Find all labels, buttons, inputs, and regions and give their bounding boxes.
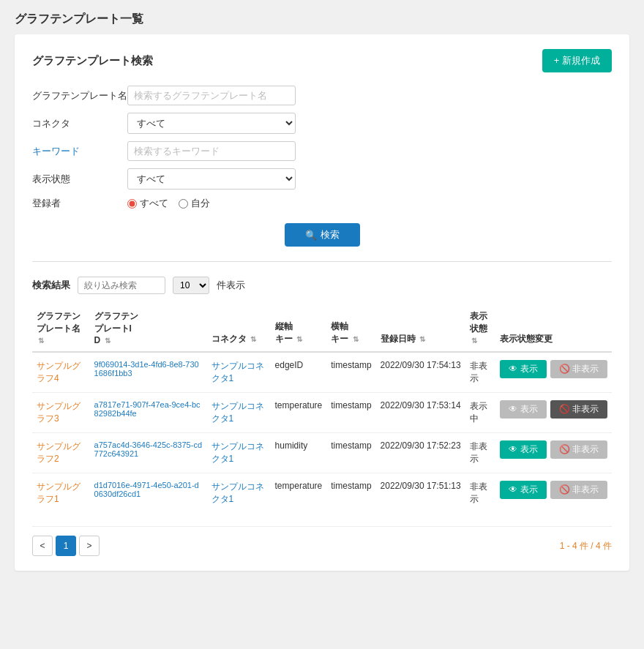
- row-name-link-3[interactable]: サンプルグラフ1: [37, 481, 80, 504]
- page-1-button[interactable]: 1: [56, 536, 76, 556]
- cell-action-1: 👁 表示 🚫 非表示: [495, 393, 612, 433]
- row-id-link-3[interactable]: d1d7016e-4971-4e50-a201-d0630df26cd1: [94, 481, 199, 498]
- page-nav: < 1 >: [32, 536, 100, 556]
- row-name-link-1[interactable]: サンプルグラフ3: [37, 401, 80, 424]
- cell-ykey-2: humidity: [271, 433, 327, 473]
- cell-xkey-0: timestamp: [326, 352, 375, 393]
- search-btn-row: 🔍 検索: [32, 223, 612, 247]
- cell-id-2: a757ac4d-3646-425c-8375-cd772c643921: [90, 433, 207, 473]
- pagination: < 1 > 1 - 4 件 / 4 件: [32, 526, 612, 556]
- page-title: グラフテンプレート一覧: [0, 0, 644, 34]
- keyword-input[interactable]: [127, 141, 296, 161]
- hide-button-1[interactable]: 🚫 非表示: [550, 400, 607, 419]
- sort-icon-status[interactable]: ⇅: [471, 337, 477, 345]
- row-connector-link-0[interactable]: サンプルコネクタ1: [211, 361, 264, 383]
- registrant-radio-self-label: 自分: [191, 197, 210, 210]
- results-table: グラフテンプレート名 ⇅ グラフテンプレートID ⇅ コネクタ ⇅ 縦軸キー ⇅…: [32, 304, 612, 513]
- cell-name-0: サンプルグラフ4: [32, 352, 90, 393]
- table-row: サンプルグラフ1 d1d7016e-4971-4e50-a201-d0630df…: [32, 473, 612, 514]
- cell-status-2: 非表示: [465, 433, 496, 473]
- new-button[interactable]: + 新規作成: [542, 49, 612, 72]
- cell-action-3: 👁 表示 🚫 非表示: [495, 473, 612, 514]
- connector-label: コネクタ: [32, 117, 127, 130]
- registrant-radio-self[interactable]: 自分: [179, 197, 210, 210]
- cell-id-3: d1d7016e-4971-4e50-a201-d0630df26cd1: [90, 473, 207, 514]
- search-section-title: グラフテンプレート検索: [32, 54, 153, 68]
- col-action: 表示状態変更: [495, 304, 612, 352]
- sort-icon-ykey[interactable]: ⇅: [296, 335, 302, 343]
- cell-id-1: a7817e71-907f-47ea-9ce4-bc82982b44fe: [90, 393, 207, 433]
- row-id-link-2[interactable]: a757ac4d-3646-425c-8375-cd772c643921: [94, 440, 202, 458]
- form-row-keyword: キーワード: [32, 141, 612, 161]
- search-button[interactable]: 🔍 検索: [285, 223, 360, 247]
- section-header: グラフテンプレート検索 + 新規作成: [32, 49, 612, 72]
- col-connector: コネクタ ⇅: [207, 304, 271, 352]
- registrant-radio-all[interactable]: すべて: [127, 197, 168, 210]
- sort-icon-id[interactable]: ⇅: [105, 337, 111, 345]
- main-card: グラフテンプレート検索 + 新規作成 グラフテンプレート名 コネクタ すべて キ…: [15, 34, 629, 571]
- sort-icon-name[interactable]: ⇅: [38, 337, 44, 345]
- per-page-label: 件表示: [217, 279, 245, 292]
- cell-action-0: 👁 表示 🚫 非表示: [495, 352, 612, 393]
- row-id-link-0[interactable]: 9f069014-3d1e-4fd6-8e8-7301686f1bb3: [94, 360, 199, 378]
- row-name-link-0[interactable]: サンプルグラフ4: [37, 361, 80, 383]
- col-name: グラフテンプレート名 ⇅: [32, 304, 90, 352]
- cell-name-3: サンプルグラフ1: [32, 473, 90, 514]
- row-connector-link-3[interactable]: サンプルコネクタ1: [211, 481, 264, 504]
- cell-status-3: 非表示: [465, 473, 496, 514]
- connector-select[interactable]: すべて: [127, 113, 296, 134]
- form-row-display: 表示状態 すべて: [32, 168, 612, 190]
- per-page-select[interactable]: 10 25 50: [173, 277, 209, 294]
- table-row: サンプルグラフ2 a757ac4d-3646-425c-8375-cd772c6…: [32, 433, 612, 473]
- sort-icon-xkey[interactable]: ⇅: [353, 335, 359, 343]
- action-btns-2: 👁 表示 🚫 非表示: [500, 440, 607, 459]
- name-label: グラフテンプレート名: [32, 89, 127, 102]
- show-button-1: 👁 表示: [500, 400, 546, 419]
- search-icon: 🔍: [305, 230, 317, 241]
- cell-date-3: 2022/09/30 17:51:13: [376, 473, 465, 514]
- cell-xkey-3: timestamp: [326, 473, 375, 514]
- col-id: グラフテンプレートID ⇅: [90, 304, 207, 352]
- cell-ykey-3: temperature: [271, 473, 327, 514]
- row-connector-link-2[interactable]: サンプルコネクタ1: [211, 441, 264, 464]
- show-button-3[interactable]: 👁 表示: [500, 481, 546, 499]
- show-button-2[interactable]: 👁 表示: [500, 440, 546, 459]
- row-status-0: 非表示: [470, 361, 487, 383]
- cell-name-2: サンプルグラフ2: [32, 433, 90, 473]
- row-status-3: 非表示: [470, 481, 487, 504]
- registrant-radio-all-label: すべて: [140, 197, 168, 210]
- page-next-button[interactable]: >: [79, 536, 100, 556]
- page-prev-button[interactable]: <: [32, 536, 53, 556]
- keyword-label: キーワード: [32, 145, 127, 158]
- cell-date-1: 2022/09/30 17:53:14: [376, 393, 465, 433]
- row-status-2: 非表示: [470, 441, 487, 464]
- filter-input[interactable]: [78, 277, 165, 294]
- form-row-connector: コネクタ すべて: [32, 113, 612, 134]
- show-button-0[interactable]: 👁 表示: [500, 360, 546, 378]
- cell-action-2: 👁 表示 🚫 非表示: [495, 433, 612, 473]
- cell-xkey-2: timestamp: [326, 433, 375, 473]
- hide-button-0: 🚫 非表示: [550, 360, 607, 378]
- col-ykey: 縦軸キー ⇅: [271, 304, 327, 352]
- cell-status-0: 非表示: [465, 352, 496, 393]
- cell-connector-2: サンプルコネクタ1: [207, 433, 271, 473]
- sort-icon-date[interactable]: ⇅: [419, 335, 425, 343]
- display-select[interactable]: すべて: [127, 168, 296, 190]
- col-status: 表示状態 ⇅: [465, 304, 496, 352]
- cell-date-0: 2022/09/30 17:54:13: [376, 352, 465, 393]
- row-connector-link-1[interactable]: サンプルコネクタ1: [211, 401, 264, 424]
- action-btns-3: 👁 表示 🚫 非表示: [500, 481, 607, 499]
- table-body: サンプルグラフ4 9f069014-3d1e-4fd6-8e8-7301686f…: [32, 352, 612, 513]
- page-info: 1 - 4 件 / 4 件: [560, 540, 612, 552]
- search-button-label: 検索: [321, 228, 340, 241]
- name-input[interactable]: [127, 86, 296, 105]
- row-id-link-1[interactable]: a7817e71-907f-47ea-9ce4-bc82982b44fe: [94, 400, 201, 418]
- registrant-radio-group: すべて 自分: [127, 197, 210, 210]
- sort-icon-connector[interactable]: ⇅: [250, 335, 256, 343]
- registrant-radio-all-input[interactable]: [127, 199, 137, 209]
- table-row: サンプルグラフ3 a7817e71-907f-47ea-9ce4-bc82982…: [32, 393, 612, 433]
- registrant-radio-self-input[interactable]: [179, 199, 188, 209]
- row-status-1: 表示中: [470, 401, 487, 424]
- col-date: 登録日時 ⇅: [376, 304, 465, 352]
- row-name-link-2[interactable]: サンプルグラフ2: [37, 441, 80, 464]
